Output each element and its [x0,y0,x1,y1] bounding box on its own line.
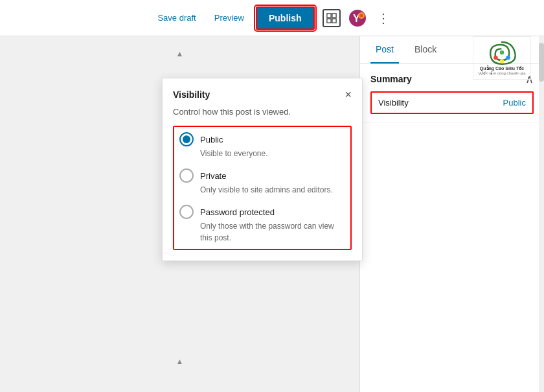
radio-option-private: Private Only visible to site admins and … [179,168,345,196]
popup-close-button[interactable]: × [345,89,352,100]
toolbar-icons: Y ⋮ [323,6,393,30]
scroll-down-indicator: ▲ [0,357,359,366]
visibility-row[interactable]: Visibility Public [370,91,534,114]
sidebar: Quảng Cáo Siêu Tốc Vươn tầm cùng chuyên … [359,36,544,392]
more-options-button[interactable]: ⋮ [374,8,393,29]
scrollbar-thumb[interactable] [539,43,544,82]
radio-option-password: Password protected Only those with the p… [179,205,345,244]
svg-point-11 [506,56,510,60]
radio-label-private[interactable]: Private [179,168,345,183]
summary-title: Summary [370,74,412,84]
toolbar-actions: Save draft Preview Publish Y [151,6,392,30]
toolbar: Save draft Preview Publish Y [0,0,544,36]
logo: Quảng Cáo Siêu Tốc Vươn tầm cùng chuyên … [473,36,531,80]
preview-button[interactable]: Preview [208,9,251,27]
visibility-popup: Visibility × Control how this post is vi… [162,78,363,261]
popup-description: Control how this post is viewed. [173,107,352,117]
svg-point-7 [359,14,363,17]
tab-post[interactable]: Post [370,36,399,63]
logo-name: Quảng Cáo Siêu Tốc [480,65,524,71]
radio-public-desc: Visible to everyone. [200,148,345,159]
svg-point-8 [500,51,504,54]
svg-point-10 [500,59,504,63]
logo-tagline: Vươn tầm cùng chuyên gia [478,71,525,76]
radio-label-password[interactable]: Password protected [179,205,345,219]
radio-public-label: Public [200,135,223,144]
radio-circle-private[interactable] [179,168,194,183]
svg-point-9 [493,56,497,60]
tab-block[interactable]: Block [409,36,442,63]
popup-title: Visibility [173,89,210,100]
svg-rect-0 [326,13,330,17]
radio-circle-public[interactable] [179,132,194,146]
radio-options-group: Public Visible to everyone. Private Only… [173,126,352,250]
radio-label-public[interactable]: Public [179,132,345,146]
logo-container: Quảng Cáo Siêu Tốc Vươn tầm cùng chuyên … [473,36,531,80]
radio-password-label: Password protected [200,207,275,217]
svg-rect-3 [332,18,335,22]
three-dots-icon: ⋮ [377,10,391,26]
visibility-value: Public [503,98,526,108]
svg-rect-2 [326,18,330,22]
scroll-up-indicator: ▲ [0,49,359,58]
radio-private-desc: Only visible to site admins and editors. [200,184,345,196]
scrollbar-track [539,36,544,392]
publish-button[interactable]: Publish [256,6,315,30]
block-view-button[interactable] [323,9,341,27]
visibility-label: Visibility [378,98,409,108]
radio-password-desc: Only those with the password can view th… [200,220,345,244]
radio-circle-password[interactable] [179,205,194,219]
svg-rect-1 [332,13,335,17]
yoast-button[interactable]: Y [346,6,369,30]
radio-option-public: Public Visible to everyone. [179,132,345,159]
save-draft-button[interactable]: Save draft [151,9,202,27]
popup-header: Visibility × [173,89,352,100]
radio-private-label: Private [200,171,226,181]
